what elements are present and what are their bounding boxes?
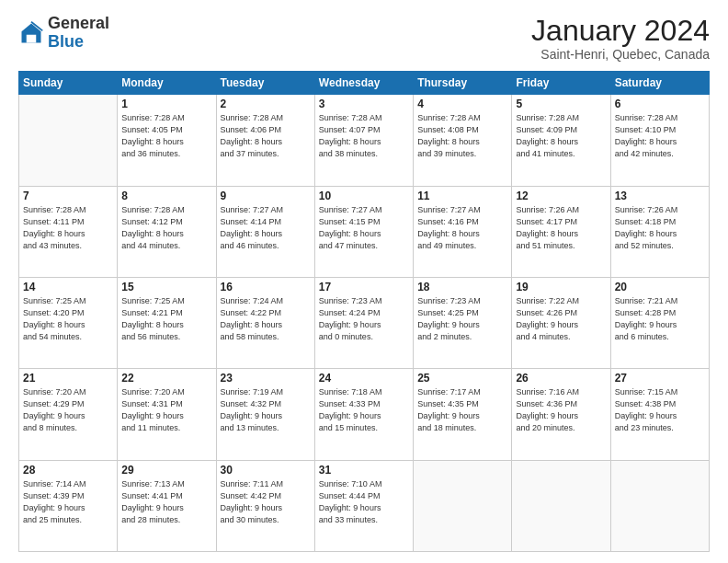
day-number: 23	[221, 372, 311, 385]
day-info: Sunrise: 7:25 AM Sunset: 4:21 PM Dayligh…	[121, 295, 211, 343]
day-number: 17	[319, 281, 409, 293]
day-number: 3	[319, 98, 409, 110]
day-number: 5	[516, 98, 606, 110]
calendar-cell: 20Sunrise: 7:21 AM Sunset: 4:28 PM Dayli…	[610, 277, 709, 368]
calendar-cell: 15Sunrise: 7:25 AM Sunset: 4:21 PM Dayli…	[118, 277, 216, 368]
calendar-cell: 27Sunrise: 7:15 AM Sunset: 4:38 PM Dayli…	[610, 369, 709, 460]
day-number: 8	[121, 190, 211, 202]
calendar-cell: 12Sunrise: 7:26 AM Sunset: 4:17 PM Dayli…	[512, 186, 610, 277]
calendar-cell: 26Sunrise: 7:16 AM Sunset: 4:36 PM Dayli…	[512, 369, 610, 460]
calendar-cell: 21Sunrise: 7:20 AM Sunset: 4:29 PM Dayli…	[19, 369, 118, 460]
day-number: 29	[121, 464, 211, 477]
day-info: Sunrise: 7:22 AM Sunset: 4:26 PM Dayligh…	[516, 295, 606, 343]
week-row-2: 7Sunrise: 7:28 AM Sunset: 4:11 PM Daylig…	[19, 186, 710, 277]
logo-general: General	[48, 14, 109, 32]
day-number: 1	[121, 98, 211, 110]
weekday-header-wednesday: Wednesday	[314, 72, 413, 95]
day-number: 20	[615, 281, 705, 293]
day-info: Sunrise: 7:20 AM Sunset: 4:31 PM Dayligh…	[121, 386, 211, 434]
day-info: Sunrise: 7:28 AM Sunset: 4:09 PM Dayligh…	[516, 112, 606, 160]
calendar-cell: 19Sunrise: 7:22 AM Sunset: 4:26 PM Dayli…	[512, 277, 610, 368]
day-info: Sunrise: 7:21 AM Sunset: 4:28 PM Dayligh…	[615, 295, 705, 343]
calendar-cell: 8Sunrise: 7:28 AM Sunset: 4:12 PM Daylig…	[118, 186, 216, 277]
day-info: Sunrise: 7:23 AM Sunset: 4:24 PM Dayligh…	[319, 295, 409, 343]
calendar-cell: 13Sunrise: 7:26 AM Sunset: 4:18 PM Dayli…	[610, 186, 709, 277]
page: General Blue January 2024 Saint-Henri, Q…	[0, 0, 728, 563]
day-info: Sunrise: 7:28 AM Sunset: 4:06 PM Dayligh…	[221, 112, 311, 160]
weekday-header-thursday: Thursday	[414, 72, 512, 95]
day-info: Sunrise: 7:28 AM Sunset: 4:12 PM Dayligh…	[121, 204, 211, 252]
day-number: 13	[615, 190, 705, 202]
day-number: 9	[221, 190, 311, 202]
calendar-cell: 18Sunrise: 7:23 AM Sunset: 4:25 PM Dayli…	[414, 277, 512, 368]
calendar-cell: 28Sunrise: 7:14 AM Sunset: 4:39 PM Dayli…	[19, 460, 118, 551]
day-info: Sunrise: 7:15 AM Sunset: 4:38 PM Dayligh…	[615, 386, 705, 434]
calendar-cell: 16Sunrise: 7:24 AM Sunset: 4:22 PM Dayli…	[216, 277, 314, 368]
day-info: Sunrise: 7:17 AM Sunset: 4:35 PM Dayligh…	[417, 386, 507, 434]
day-number: 22	[121, 372, 211, 385]
day-info: Sunrise: 7:13 AM Sunset: 4:41 PM Dayligh…	[121, 478, 211, 526]
calendar-cell: 24Sunrise: 7:18 AM Sunset: 4:33 PM Dayli…	[314, 369, 413, 460]
calendar-cell: 6Sunrise: 7:28 AM Sunset: 4:10 PM Daylig…	[610, 95, 709, 186]
day-number: 11	[417, 190, 507, 202]
day-info: Sunrise: 7:16 AM Sunset: 4:36 PM Dayligh…	[516, 386, 606, 434]
day-info: Sunrise: 7:25 AM Sunset: 4:20 PM Dayligh…	[23, 295, 113, 343]
calendar-cell: 30Sunrise: 7:11 AM Sunset: 4:42 PM Dayli…	[216, 460, 314, 551]
week-row-1: 1Sunrise: 7:28 AM Sunset: 4:05 PM Daylig…	[19, 95, 710, 186]
day-info: Sunrise: 7:28 AM Sunset: 4:11 PM Dayligh…	[23, 204, 113, 252]
logo-blue: Blue	[48, 32, 84, 51]
weekday-header-friday: Friday	[512, 72, 610, 95]
svg-rect-2	[27, 35, 37, 43]
day-number: 30	[221, 464, 311, 477]
calendar-cell: 23Sunrise: 7:19 AM Sunset: 4:32 PM Dayli…	[216, 369, 314, 460]
day-number: 7	[23, 190, 113, 202]
day-number: 19	[516, 281, 606, 293]
day-info: Sunrise: 7:18 AM Sunset: 4:33 PM Dayligh…	[319, 386, 409, 434]
day-info: Sunrise: 7:11 AM Sunset: 4:42 PM Dayligh…	[221, 478, 311, 526]
calendar-table: SundayMondayTuesdayWednesdayThursdayFrid…	[18, 71, 710, 552]
day-info: Sunrise: 7:26 AM Sunset: 4:17 PM Dayligh…	[516, 204, 606, 252]
calendar-cell: 2Sunrise: 7:28 AM Sunset: 4:06 PM Daylig…	[216, 95, 314, 186]
day-number: 21	[23, 372, 113, 385]
day-number: 26	[516, 372, 606, 385]
calendar-cell: 5Sunrise: 7:28 AM Sunset: 4:09 PM Daylig…	[512, 95, 610, 186]
calendar-cell	[19, 95, 118, 186]
day-number: 15	[121, 281, 211, 293]
day-info: Sunrise: 7:10 AM Sunset: 4:44 PM Dayligh…	[319, 478, 409, 526]
day-number: 18	[417, 281, 507, 293]
calendar-cell: 14Sunrise: 7:25 AM Sunset: 4:20 PM Dayli…	[19, 277, 118, 368]
calendar-cell	[414, 460, 512, 551]
day-info: Sunrise: 7:14 AM Sunset: 4:39 PM Dayligh…	[23, 478, 113, 526]
day-number: 4	[417, 98, 507, 110]
logo-text: General Blue	[48, 15, 109, 52]
day-number: 25	[417, 372, 507, 385]
calendar-cell	[610, 460, 709, 551]
month-title: January 2024	[531, 15, 710, 47]
day-info: Sunrise: 7:24 AM Sunset: 4:22 PM Dayligh…	[221, 295, 311, 343]
calendar-cell: 17Sunrise: 7:23 AM Sunset: 4:24 PM Dayli…	[314, 277, 413, 368]
week-row-4: 21Sunrise: 7:20 AM Sunset: 4:29 PM Dayli…	[19, 369, 710, 460]
day-info: Sunrise: 7:23 AM Sunset: 4:25 PM Dayligh…	[417, 295, 507, 343]
day-info: Sunrise: 7:28 AM Sunset: 4:10 PM Dayligh…	[615, 112, 705, 160]
day-info: Sunrise: 7:19 AM Sunset: 4:32 PM Dayligh…	[221, 386, 311, 434]
calendar-cell: 31Sunrise: 7:10 AM Sunset: 4:44 PM Dayli…	[314, 460, 413, 551]
calendar-cell: 22Sunrise: 7:20 AM Sunset: 4:31 PM Dayli…	[118, 369, 216, 460]
day-number: 24	[319, 372, 409, 385]
calendar-cell	[512, 460, 610, 551]
calendar-cell: 25Sunrise: 7:17 AM Sunset: 4:35 PM Dayli…	[414, 369, 512, 460]
day-number: 31	[319, 464, 409, 477]
day-number: 14	[23, 281, 113, 293]
header: General Blue January 2024 Saint-Henri, Q…	[18, 15, 710, 62]
day-info: Sunrise: 7:20 AM Sunset: 4:29 PM Dayligh…	[23, 386, 113, 434]
day-info: Sunrise: 7:28 AM Sunset: 4:08 PM Dayligh…	[417, 112, 507, 160]
day-number: 16	[221, 281, 311, 293]
logo: General Blue	[18, 15, 109, 52]
day-info: Sunrise: 7:27 AM Sunset: 4:14 PM Dayligh…	[221, 204, 311, 252]
calendar-cell: 9Sunrise: 7:27 AM Sunset: 4:14 PM Daylig…	[216, 186, 314, 277]
calendar-cell: 11Sunrise: 7:27 AM Sunset: 4:16 PM Dayli…	[414, 186, 512, 277]
calendar-cell: 10Sunrise: 7:27 AM Sunset: 4:15 PM Dayli…	[314, 186, 413, 277]
day-number: 27	[615, 372, 705, 385]
location-subtitle: Saint-Henri, Quebec, Canada	[531, 47, 710, 62]
day-number: 6	[615, 98, 705, 110]
day-number: 2	[221, 98, 311, 110]
